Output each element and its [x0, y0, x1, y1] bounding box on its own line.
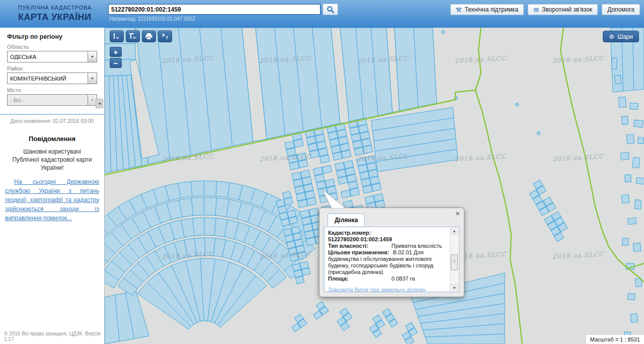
misto-select: - Всі - ▼: [7, 94, 97, 106]
raion-value: КОМІНТЕРНІВСЬКИЙ: [10, 76, 66, 82]
tech-support-button[interactable]: ⚒ Технічна підтримка: [450, 4, 524, 15]
ownership-type: Приватна власність: [391, 243, 442, 249]
news-title: Повідомлення: [5, 135, 99, 143]
popup-scrollbar[interactable]: ▲ ≡ ▼: [450, 228, 458, 291]
popup-pointer: [319, 189, 352, 209]
region-filter-panel: Фільтр по регіону Область ОДЕСЬКА ▼ Райо…: [0, 28, 104, 106]
chevron-down-icon[interactable]: ▼: [88, 51, 97, 62]
print-icon: [144, 32, 153, 40]
search-input[interactable]: [108, 4, 320, 15]
oblast-value: ОДЕСЬКА: [10, 54, 36, 60]
cadastre-number: 5122780200:01:002:1459: [328, 236, 392, 242]
feedback-label: Зворотний зв'язок: [542, 6, 592, 13]
copyright: © 2016 Всі права захищені. ЦДЗК. Версія …: [4, 331, 102, 342]
chevron-down-icon[interactable]: ▼: [88, 73, 97, 84]
sidebar: Фільтр по регіону Область ОДЕСЬКА ▼ Райо…: [0, 28, 105, 344]
map-canvas[interactable]: 2018.ua.SLCC2018.ua.SLCC2018.ua.SLCC2018…: [105, 28, 644, 344]
row-label: Площа:: [328, 276, 391, 282]
update-date: Дата оновлення: 02.07.2018 03:00: [0, 114, 104, 127]
sidebar-collapse-button[interactable]: ◄: [96, 99, 103, 108]
help-label: Допомога: [607, 6, 634, 13]
zoom-controls: + −: [110, 47, 122, 68]
tab-dilyanka[interactable]: Ділянка: [328, 214, 365, 226]
scrollbar-thumb[interactable]: ≡: [451, 254, 458, 270]
popup-row: Тип власності:Приватна власність: [328, 243, 446, 249]
identify-cursor-icon: ?: [160, 32, 170, 40]
identify-button[interactable]: ?: [158, 30, 172, 42]
gear-icon: ⚙: [609, 33, 614, 40]
row-label: Тип власності:: [328, 243, 391, 249]
svg-text:?: ?: [166, 35, 169, 40]
zoom-in-button[interactable]: +: [110, 47, 122, 57]
layers-label: Шари: [617, 33, 633, 40]
oblast-select[interactable]: ОДЕСЬКА ▼: [7, 51, 97, 62]
header: ПУБЛІЧНА КАДАСТРОВА КАРТА УКРАЇНИ Наприк…: [0, 0, 644, 28]
popup-row: Площа:0.0837 га: [328, 276, 446, 282]
search-hint: Наприклад: 3221655100.01.047.0052: [109, 16, 195, 22]
close-icon[interactable]: ×: [455, 210, 460, 217]
tech-support-label: Технічна підтримка: [464, 6, 518, 13]
row-label: Цільове призначення:: [328, 249, 391, 256]
feedback-button[interactable]: ✉ Зворотний зв'язок: [528, 4, 598, 15]
search-button[interactable]: [323, 4, 338, 15]
measure-area-icon: м²: [128, 32, 137, 40]
app: ПУБЛІЧНА КАДАСТРОВА КАРТА УКРАЇНИ Наприк…: [0, 0, 644, 344]
news-greeting: Шановні користувачі Публічної кадастрово…: [9, 148, 95, 172]
measure-area-button[interactable]: м²: [126, 30, 140, 42]
popup-row: Цільове призначення: В.02.01 Для будівни…: [328, 249, 446, 276]
scroll-down-icon[interactable]: ▼: [450, 284, 458, 291]
news-link[interactable]: На сьогодні Державною службою України з …: [5, 177, 99, 223]
svg-text:м²: м²: [133, 36, 137, 39]
parcel-popup: × Ділянка Кадастр.номер:5122780200:01:00…: [319, 208, 464, 297]
news-panel: Повідомлення Шановні користувачі Публічн…: [0, 127, 104, 223]
header-buttons: ⚒ Технічна підтримка ✉ Зворотний зв'язок…: [450, 4, 640, 15]
scroll-up-icon[interactable]: ▲: [450, 228, 458, 235]
misto-label: Місто: [7, 87, 97, 93]
order-extract-link[interactable]: Замовити Витяг про земельну ділянку: [328, 287, 446, 292]
popup-row: Кадастр.номер:5122780200:01:002:1459: [328, 230, 446, 243]
print-button[interactable]: [142, 30, 156, 42]
help-button[interactable]: Допомога: [602, 4, 640, 15]
raion-select[interactable]: КОМІНТЕРНІВСЬКИЙ ▼: [7, 73, 97, 84]
misto-value: - Всі -: [10, 97, 25, 103]
mail-icon: ✉: [533, 7, 539, 13]
measure-length-icon: м: [112, 32, 121, 40]
oblast-label: Область: [7, 44, 97, 50]
raion-label: Район: [7, 65, 97, 72]
map-toolbar: м м² ?: [110, 30, 172, 42]
row-label: Кадастр.номер:: [328, 230, 391, 236]
logo-line1: ПУБЛІЧНА КАДАСТРОВА: [18, 5, 92, 12]
scale-indicator: Масштаб = 1 : 8531: [586, 335, 644, 344]
logo: ПУБЛІЧНА КАДАСТРОВА КАРТА УКРАЇНИ: [18, 5, 92, 23]
logo-line2: КАРТА УКРАЇНИ: [18, 12, 92, 23]
area-value: 0.0837 га: [391, 276, 415, 282]
measure-length-button[interactable]: м: [110, 30, 124, 42]
popup-body: Кадастр.номер:5122780200:01:002:1459 Тип…: [324, 227, 459, 292]
search-icon: [327, 6, 335, 14]
zoom-out-button[interactable]: −: [110, 58, 122, 68]
layers-button[interactable]: ⚙ Шари: [603, 31, 639, 42]
svg-text:м: м: [116, 36, 119, 39]
tools-icon: ⚒: [456, 7, 462, 13]
filter-title: Фільтр по регіону: [7, 33, 97, 40]
